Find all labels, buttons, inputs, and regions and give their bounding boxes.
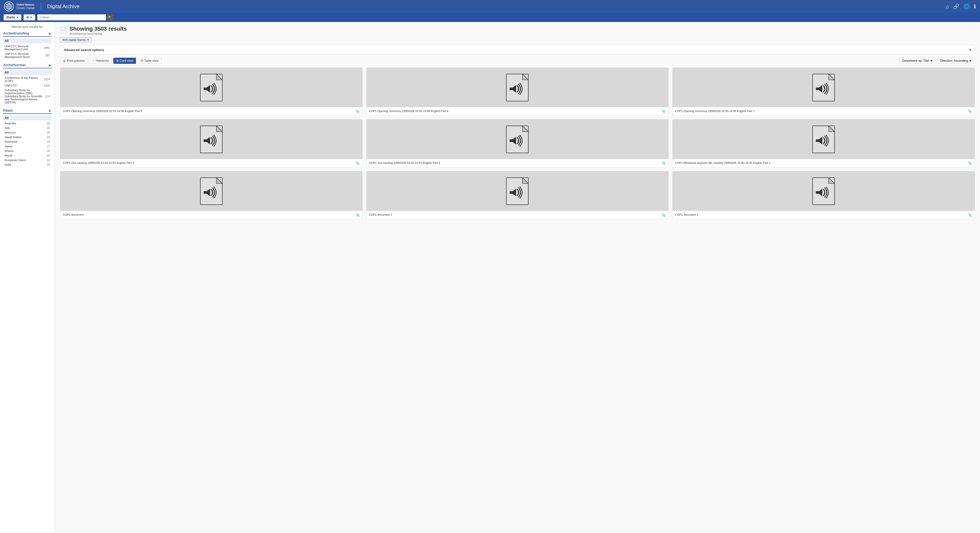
clip-icon-7[interactable]: 📎 xyxy=(662,213,666,217)
filter-header-plaats[interactable]: Plaats ▲ xyxy=(3,108,52,114)
card-thumb-8 xyxy=(673,171,975,211)
active-filters: With digital objects ✕ xyxy=(60,37,975,42)
card-5[interactable]: COP1 Ministerial segment 6th meeting 199… xyxy=(672,119,975,167)
filter-item-ghana[interactable]: Ghana 16 xyxy=(3,149,52,153)
clip-icon-8[interactable]: 📎 xyxy=(968,213,972,217)
card-thumb-3 xyxy=(60,119,363,159)
card-2[interactable]: COP1 Opening ceremony 19950328 10:55-14:… xyxy=(672,67,975,116)
clip-icon-5[interactable]: 📎 xyxy=(968,161,972,165)
card-thumb-1 xyxy=(366,68,669,107)
filter-item-unfccc-rmt[interactable]: UNFCCC Records Management Team 507 xyxy=(3,52,52,59)
card-info-4: COP1 2nd meeting 19950330 10:32-12:53 En… xyxy=(366,159,669,167)
home-icon[interactable]: ⌂ xyxy=(946,3,949,10)
card-title-4: COP1 2nd meeting 19950330 10:32-12:53 En… xyxy=(369,161,660,165)
hierarchy-icon: ⋮ xyxy=(92,59,95,62)
search-button[interactable]: 🔍 xyxy=(106,14,114,21)
browse-button[interactable]: Blader ▼ xyxy=(3,14,21,21)
filter-item-japan[interactable]: Japan 17 xyxy=(3,144,52,149)
clip-icon-4[interactable]: 📎 xyxy=(662,161,666,165)
search-input[interactable] xyxy=(37,14,106,21)
settings-button[interactable]: ⚙ ▼ xyxy=(24,14,35,21)
card-thumb-0 xyxy=(60,68,363,107)
chevron-up-icon-2: ▲ xyxy=(48,63,52,67)
filter-item-unfccc[interactable]: UNFCCC 3333 xyxy=(3,83,52,88)
card-0[interactable]: COP1 Opening ceremony 19950328 10:55-14:… xyxy=(60,67,363,116)
chevron-down-icon: ▾ xyxy=(969,48,971,52)
card-4[interactable]: COP1 2nd meeting 19950330 10:32-12:53 En… xyxy=(366,119,669,167)
card-1[interactable]: COP1 Opening ceremony 19950328 10:55-14:… xyxy=(366,67,669,116)
clip-icon-1[interactable]: 📎 xyxy=(662,109,666,113)
chevron-up-icon: ▲ xyxy=(48,31,52,35)
clip-icon-2[interactable]: 📎 xyxy=(968,109,972,113)
link-icon[interactable]: 🔗 xyxy=(953,3,959,10)
filter-item-european-union[interactable]: European Union 14 xyxy=(3,158,52,162)
results-title: Showing 3503 results xyxy=(69,25,127,32)
filter-item-cop[interactable]: Conference of the Parties (COP) 3334 xyxy=(3,76,52,83)
card-title-6: COP1 document xyxy=(63,213,354,217)
card-6[interactable]: COP1 document 📎 xyxy=(60,171,363,219)
filter-item-india[interactable]: India 14 xyxy=(3,162,52,167)
header-divider xyxy=(41,3,41,10)
results-doc-icon: 📄 xyxy=(60,27,67,34)
view-controls: 🖨 Print preview ⋮ Hierarchy ⊞ Card view … xyxy=(60,58,975,64)
clip-icon-3[interactable]: 📎 xyxy=(355,161,360,165)
table-view-button[interactable]: ☰ Table view xyxy=(138,58,161,64)
filter-header-archiefinstelling[interactable]: Archiefinstelling ▲ xyxy=(3,31,52,37)
print-preview-button[interactable]: 🖨 Print preview xyxy=(60,58,87,64)
card-title-7: COP1 document 2 xyxy=(369,213,660,217)
active-filter-tag[interactable]: With digital objects ✕ xyxy=(60,37,92,42)
card-view-button[interactable]: ⊞ Card view xyxy=(113,58,136,64)
search-box: 🔍 xyxy=(37,14,114,21)
globe-icon[interactable]: 🌐 xyxy=(963,3,970,10)
browse-caret: ▼ xyxy=(16,16,19,19)
hierarchy-view-button[interactable]: ⋮ Hierarchy xyxy=(89,58,111,64)
remove-filter-icon[interactable]: ✕ xyxy=(87,38,89,41)
advanced-search-panel[interactable]: Advanced search options ▾ xyxy=(60,45,975,55)
navbar: Blader ▼ ⚙ ▼ 🔍 xyxy=(0,13,980,22)
filter-all-archiefvormer[interactable]: All xyxy=(3,70,52,75)
filter-all-archiefinstelling[interactable]: All xyxy=(3,38,52,43)
filter-item-indonesia[interactable]: Indonesia 18 xyxy=(3,139,52,144)
filter-section-archiefvormer: Archiefvormer ▲ All Conference of the Pa… xyxy=(3,63,52,105)
header-icons: ⌂ 🔗 🌐 ℹ xyxy=(946,3,976,10)
filter-item-morocco[interactable]: Morocco 20 xyxy=(3,130,52,135)
card-title-1: COP1 Opening ceremony 19950328 10:55-14:… xyxy=(369,109,660,113)
filter-item-nepal[interactable]: Nepal 15 xyxy=(3,153,52,158)
card-thumb-2 xyxy=(673,68,975,107)
card-grid: COP1 Opening ceremony 19950328 10:55-14:… xyxy=(60,67,975,219)
info-icon[interactable]: ℹ xyxy=(974,3,976,10)
sidebar: Narrow your results by: Archiefinstellin… xyxy=(0,22,55,532)
chevron-up-icon-3: ▲ xyxy=(48,108,52,112)
filter-header-archiefvormer[interactable]: Archiefvormer ▲ xyxy=(3,63,52,68)
main-layout: Narrow your results by: Archiefinstellin… xyxy=(0,22,980,532)
filter-item-italy[interactable]: Italy 22 xyxy=(3,126,52,130)
card-info-1: COP1 Opening ceremony 19950328 10:55-14:… xyxy=(366,107,669,115)
header: United Nations Climate Change Digital Ar… xyxy=(0,0,980,13)
card-title-5: COP1 Ministerial segment 6th meeting 199… xyxy=(675,161,966,165)
filter-item-sbi[interactable]: Subsidiary Body for Implementation (SBI)… xyxy=(3,88,52,105)
clip-icon-6[interactable]: 📎 xyxy=(355,213,360,217)
card-8[interactable]: COP1 document 3 📎 xyxy=(672,171,975,219)
card-thumb-7 xyxy=(366,171,669,211)
filter-section-plaats: Plaats ▲ All Australia 24 Italy 22 Moroc… xyxy=(3,108,52,167)
results-header: 📄 Showing 3503 results Archivistische be… xyxy=(60,25,975,35)
filter-item-unfccc-rmu[interactable]: UNFCCC Records Management Unit 2891 xyxy=(3,44,52,52)
card-7[interactable]: COP1 document 2 📎 xyxy=(366,171,669,219)
logo-text: United Nations Climate Change xyxy=(16,3,35,10)
filter-all-plaats[interactable]: All xyxy=(3,115,52,121)
filter-item-saudi-arabia[interactable]: Saudi Arabia 19 xyxy=(3,135,52,139)
filter-item-australia[interactable]: Australia 24 xyxy=(3,121,52,126)
card-info-5: COP1 Ministerial segment 6th meeting 199… xyxy=(673,159,975,167)
gear-icon: ⚙ xyxy=(26,16,29,19)
card-info-0: COP1 Opening ceremony 19950328 10:55-14:… xyxy=(60,107,363,115)
direction-button[interactable]: Direction: Ascending ▼ xyxy=(937,58,975,64)
clip-icon-0[interactable]: 📎 xyxy=(355,109,360,113)
table-icon: ☰ xyxy=(140,59,143,62)
card-title-8: COP1 document 3 xyxy=(675,213,966,217)
sort-button[interactable]: Gesorteerd op: Titel ▼ xyxy=(899,58,935,64)
logo-icon xyxy=(4,2,14,11)
results-subtitle: Archivistische beschrijving xyxy=(69,32,127,35)
card-title-0: COP1 Opening ceremony 19950328 10:55-14:… xyxy=(63,109,354,113)
card-3[interactable]: COP1 2nd meeting 19950330 10:32-12:53 En… xyxy=(60,119,363,167)
advanced-search-label: Advanced search options xyxy=(64,48,104,52)
